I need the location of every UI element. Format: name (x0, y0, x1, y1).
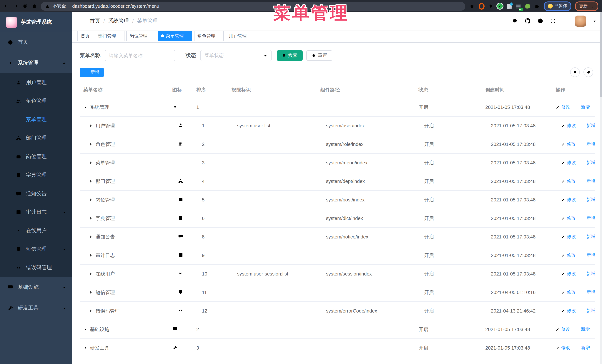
sidebar-item[interactable]: 审计日志 (0, 203, 72, 221)
expand-arrow-icon[interactable] (89, 290, 93, 294)
scrollbar-thumb[interactable] (600, 12, 602, 97)
reset-button[interactable]: 重置 (306, 50, 332, 61)
add-link[interactable]: 新增 (581, 308, 595, 314)
add-link[interactable]: 新增 (581, 160, 595, 166)
page-scrollbar[interactable] (600, 12, 602, 364)
extension-icon-leaf[interactable] (525, 3, 531, 9)
extension-icon-blue-gem[interactable] (488, 3, 494, 9)
sidebar-item[interactable]: 菜单管理 (0, 110, 72, 129)
add-link[interactable]: 新增 (581, 252, 595, 259)
edit-link[interactable]: 修改 (561, 234, 576, 240)
add-button[interactable]: 新增 (80, 68, 104, 77)
expand-arrow-icon[interactable] (89, 309, 93, 313)
tab-close-icon[interactable] (118, 34, 121, 38)
edit-link[interactable]: 修改 (561, 215, 576, 221)
browser-home-icon[interactable] (32, 3, 37, 9)
edit-link[interactable]: 修改 (561, 271, 576, 277)
browser-reload-icon[interactable] (22, 3, 28, 9)
tab-close-icon[interactable] (248, 34, 252, 38)
add-link[interactable]: 新增 (581, 197, 595, 203)
tag-view-tab[interactable]: 首页 (77, 31, 93, 41)
edit-link[interactable]: 修改 (556, 104, 570, 110)
tab-close-icon[interactable] (149, 34, 153, 38)
sidebar-item[interactable]: 字典管理 (0, 166, 72, 184)
edit-link[interactable]: 修改 (561, 308, 576, 314)
search-button[interactable]: 搜索 (277, 50, 303, 61)
tab-close-icon[interactable] (186, 34, 189, 38)
add-link[interactable]: 新增 (575, 345, 590, 351)
add-link[interactable]: 新增 (581, 215, 595, 221)
sidebar-item[interactable]: 首页 (0, 32, 72, 52)
sidebar-item[interactable]: 系统管理 (0, 52, 72, 73)
refresh-table-button[interactable] (583, 67, 593, 77)
sidebar-item[interactable]: 通知公告 (0, 184, 72, 203)
breadcrumb-item-home[interactable]: 首页 (90, 18, 100, 24)
breadcrumb-item-system[interactable]: 系统管理 (108, 18, 129, 24)
add-link[interactable]: 新增 (581, 123, 595, 129)
extension-icon-proxy[interactable]: on (516, 3, 521, 9)
font-size-icon[interactable] (562, 18, 569, 24)
sidebar-item[interactable]: 部门管理 (0, 129, 72, 147)
expand-arrow-icon[interactable] (89, 198, 93, 202)
user-avatar[interactable] (575, 15, 586, 26)
docs-help-icon[interactable] (537, 18, 543, 24)
expand-arrow-icon[interactable] (89, 142, 93, 146)
sidebar-item[interactable]: 角色管理 (0, 92, 72, 110)
edit-link[interactable]: 修改 (561, 141, 576, 147)
status-select[interactable]: 菜单状态 (200, 50, 271, 61)
expand-arrow-icon[interactable] (83, 327, 87, 332)
expand-arrow-icon[interactable] (89, 179, 93, 183)
edit-link[interactable]: 修改 (561, 178, 576, 184)
tag-view-tab[interactable]: 角色管理 (194, 31, 224, 41)
expand-arrow-icon[interactable] (83, 105, 87, 109)
browser-menu-kebab-icon[interactable] (590, 4, 594, 8)
sidebar-item[interactable]: 用户管理 (0, 73, 72, 92)
add-link[interactable]: 新增 (581, 141, 595, 147)
edit-link[interactable]: 修改 (556, 326, 570, 333)
expand-arrow-icon[interactable] (89, 124, 93, 128)
tag-view-tab[interactable]: 用户管理 (226, 31, 255, 41)
tag-view-tab[interactable]: 菜单管理 (158, 31, 192, 41)
browser-back-icon[interactable] (4, 3, 9, 9)
browser-update-button[interactable]: 更新 (575, 1, 598, 11)
fullscreen-icon[interactable] (550, 18, 556, 24)
sidebar-collapse-icon[interactable] (72, 17, 90, 24)
brand[interactable]: 芋道管理系统 (0, 12, 72, 32)
extension-icon-green-check[interactable] (497, 3, 503, 9)
edit-link[interactable]: 修改 (561, 123, 576, 129)
expand-arrow-icon[interactable] (89, 235, 93, 239)
edit-link[interactable]: 修改 (561, 289, 576, 295)
add-link[interactable]: 新增 (575, 104, 590, 110)
tab-close-icon[interactable] (217, 34, 220, 38)
add-link[interactable]: 新增 (575, 326, 590, 333)
sidebar-item[interactable]: 错误码管理 (0, 259, 72, 277)
extension-icon-grid[interactable] (506, 3, 512, 9)
address-bar[interactable]: 不安全 dashboard.yudao.iocoder.cn/system/me… (41, 2, 465, 10)
expand-arrow-icon[interactable] (89, 161, 93, 165)
edit-link[interactable]: 修改 (556, 345, 570, 351)
add-link[interactable]: 新增 (581, 234, 595, 240)
sidebar-item[interactable]: 短信管理 (0, 240, 72, 259)
extension-icon-orange-ring[interactable] (478, 3, 484, 9)
add-link[interactable]: 新增 (581, 178, 595, 184)
toggle-search-button[interactable] (570, 67, 580, 77)
paused-extension-badge[interactable]: 已暂停 (544, 1, 571, 11)
sidebar-item[interactable]: 岗位管理 (0, 147, 72, 166)
menu-name-input[interactable] (105, 50, 175, 61)
tag-view-tab[interactable]: 岗位管理 (126, 31, 156, 41)
sidebar-item[interactable]: 在线用户 (0, 221, 72, 240)
edit-link[interactable]: 修改 (561, 160, 576, 166)
add-link[interactable]: 新增 (581, 271, 595, 277)
tag-view-tab[interactable]: 部门管理 (95, 31, 124, 41)
sidebar-item[interactable]: 基础设施 (0, 277, 72, 298)
expand-arrow-icon[interactable] (89, 272, 93, 276)
expand-arrow-icon[interactable] (89, 253, 93, 257)
bookmark-star-icon[interactable] (469, 3, 475, 9)
github-icon[interactable] (525, 18, 531, 24)
add-link[interactable]: 新增 (581, 289, 595, 295)
expand-arrow-icon[interactable] (83, 346, 87, 350)
edit-link[interactable]: 修改 (561, 197, 576, 203)
header-search-icon[interactable] (512, 18, 518, 24)
browser-forward-icon[interactable] (13, 3, 19, 9)
expand-arrow-icon[interactable] (89, 216, 93, 220)
